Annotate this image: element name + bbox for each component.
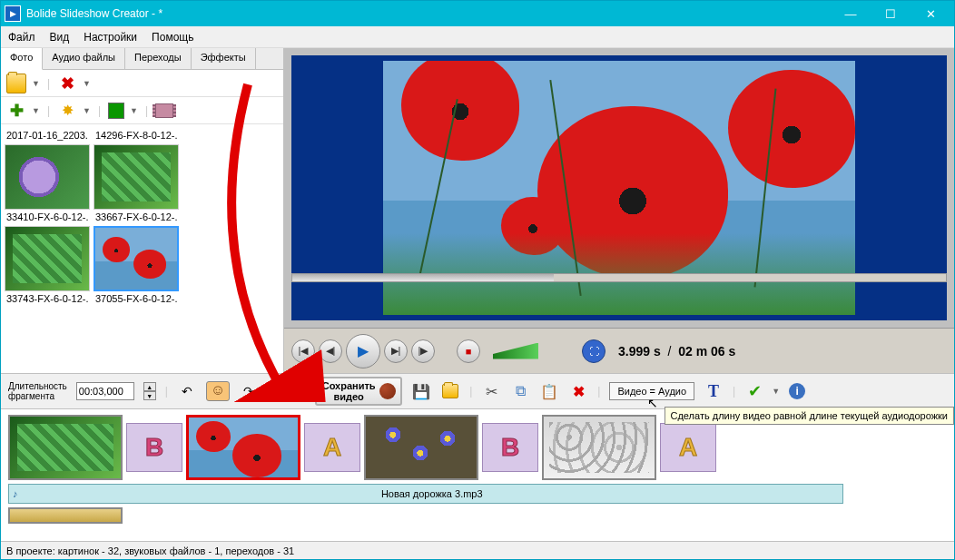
timeline-clip[interactable] (542, 415, 656, 480)
menu-file[interactable]: Файл (8, 31, 35, 44)
record-icon (379, 383, 396, 399)
thumb-label: 37055-FX-6-0-12-... (95, 293, 177, 304)
app-icon (5, 5, 21, 22)
resolution-label: 720x5764:3 (268, 380, 306, 402)
audio-track-label: Новая дорожка 3.mp3 (25, 488, 840, 499)
duration-label: Длительностьфрагмента (8, 381, 67, 401)
stop-button[interactable]: ■ (457, 339, 480, 363)
menu-help[interactable]: Помощь (152, 31, 193, 44)
dropdown-icon[interactable]: ▼ (130, 106, 138, 115)
rotate-left-icon[interactable]: ↶ (177, 381, 197, 401)
fullscreen-button[interactable]: ⛶ (582, 339, 605, 363)
thumbnail-selected[interactable] (94, 226, 179, 291)
timeline-clip[interactable] (364, 415, 478, 480)
tab-transitions[interactable]: Переходы (125, 48, 192, 69)
player-controls: |◀ ◀| ▶ ▶| |▶ ■ ⛶ 3.999 s / 02 m 06 s (284, 328, 954, 373)
dropdown-icon[interactable]: ▼ (83, 106, 91, 115)
first-frame-button[interactable]: |◀ (291, 339, 315, 363)
duration-spinner[interactable]: ▲ ▼ (143, 382, 156, 400)
audio-track[interactable]: ♪ Новая дорожка 3.mp3 (8, 484, 843, 504)
menubar: Файл Вид Настройки Помощь (1, 26, 954, 48)
transition-slot[interactable]: A (660, 423, 716, 472)
delete-clip-icon[interactable]: ✖ (568, 381, 588, 401)
next-frame-button[interactable]: ▶| (384, 339, 408, 363)
maximize-button[interactable]: ☐ (871, 1, 911, 26)
delete-icon[interactable]: ✖ (57, 74, 77, 93)
text-icon[interactable]: T (704, 381, 724, 401)
open-icon[interactable] (440, 381, 460, 401)
transition-slot[interactable]: A (304, 423, 360, 472)
tab-audio[interactable]: Аудио файлы (43, 48, 125, 69)
thumb-label: 33743-FX-6-0-12-... (6, 293, 88, 304)
thumb-label: 14296-FX-8-0-12-... (95, 130, 177, 141)
time-display: 3.999 s / 02 m 06 s (618, 344, 735, 359)
note-icon: ♪ (13, 488, 18, 499)
color-swatch[interactable] (108, 103, 124, 119)
spin-down-icon[interactable]: ▼ (143, 391, 156, 400)
media-panel: Фото Аудио файлы Переходы Эффекты ▼ | ✖▼… (1, 48, 284, 373)
info-icon[interactable]: i (789, 383, 805, 399)
timeline-clip[interactable] (8, 507, 123, 524)
menu-settings[interactable]: Настройки (84, 31, 137, 44)
star-icon[interactable]: ✸ (57, 101, 77, 121)
cut-icon[interactable]: ✂ (481, 381, 501, 401)
dropdown-icon[interactable]: ▼ (772, 387, 780, 396)
progress-bar[interactable] (291, 273, 947, 282)
volume-slider[interactable] (493, 343, 538, 359)
dropdown-icon[interactable]: ▼ (83, 79, 91, 88)
titlebar: Bolide Slideshow Creator - * — ☐ ✕ (1, 1, 954, 26)
prev-frame-button[interactable]: ◀| (319, 339, 342, 363)
thumb-label: 2017-01-16_2203... (6, 130, 88, 141)
thumbnail-grid[interactable]: 2017-01-16_2203... 14296-FX-8-0-12-... 3… (1, 124, 283, 373)
last-frame-button[interactable]: |▶ (411, 339, 435, 363)
transition-slot[interactable]: B (482, 423, 538, 472)
window-title: Bolide Slideshow Creator - * (26, 7, 831, 20)
pan-zoom-icon[interactable] (206, 381, 230, 401)
save-video-button[interactable]: Сохранитьвидео (315, 377, 402, 406)
timeline-clip[interactable] (8, 415, 123, 480)
rotate-right-icon[interactable]: ↷ (239, 381, 259, 401)
tab-photo[interactable]: Фото (1, 48, 43, 70)
media-toolbar-1: ▼ | ✖▼ (1, 70, 283, 97)
thumbnail[interactable] (5, 144, 90, 210)
time-total: 02 m 06 s (678, 344, 735, 359)
cursor-icon: ↖ (647, 396, 658, 410)
apply-icon[interactable]: ✔ (744, 381, 764, 401)
thumbnail[interactable] (94, 144, 179, 210)
spin-up-icon[interactable]: ▲ (143, 382, 156, 391)
play-button[interactable]: ▶ (346, 334, 380, 368)
copy-icon[interactable]: ⧉ (510, 381, 530, 401)
preview-pane: |◀ ◀| ▶ ▶| |▶ ■ ⛶ 3.999 s / 02 m 06 s (284, 48, 954, 373)
menu-view[interactable]: Вид (50, 31, 70, 44)
timeline-clip-current[interactable] (186, 415, 300, 480)
add-icon[interactable]: ✚ (6, 101, 26, 121)
timeline-toolbar: Длительностьфрагмента ▲ ▼ | ↶ ↷ 720x5764… (1, 373, 954, 409)
save-icon[interactable]: 💾 (411, 381, 431, 401)
duration-input[interactable] (76, 382, 134, 400)
film-icon[interactable] (155, 103, 173, 118)
dropdown-icon[interactable]: ▼ (32, 79, 40, 88)
open-folder-icon[interactable] (6, 74, 26, 93)
tooltip: Сделать длину видео равной длине текущей… (665, 407, 955, 425)
media-tabs: Фото Аудио файлы Переходы Эффекты (1, 48, 283, 70)
thumbnail[interactable] (5, 226, 90, 291)
media-toolbar-2: ✚▼ | ✸▼ | ▼ | (1, 97, 283, 124)
dropdown-icon[interactable]: ▼ (32, 106, 40, 115)
timeline[interactable]: B A B A ♪ Новая дорожка 3.mp3 (1, 409, 954, 541)
tab-effects[interactable]: Эффекты (192, 48, 256, 69)
statusbar: В проекте: картинок - 32, звуковых файло… (1, 541, 954, 559)
thumb-label: 33667-FX-6-0-12-... (95, 211, 177, 222)
paste-icon[interactable]: 📋 (539, 381, 559, 401)
time-current: 3.999 s (618, 344, 661, 359)
thumb-label: 33410-FX-6-0-12-... (6, 211, 88, 222)
close-button[interactable]: ✕ (911, 1, 950, 26)
status-text: В проекте: картинок - 32, звуковых файло… (6, 545, 294, 556)
transition-slot[interactable]: B (126, 423, 182, 472)
minimize-button[interactable]: — (831, 1, 871, 26)
